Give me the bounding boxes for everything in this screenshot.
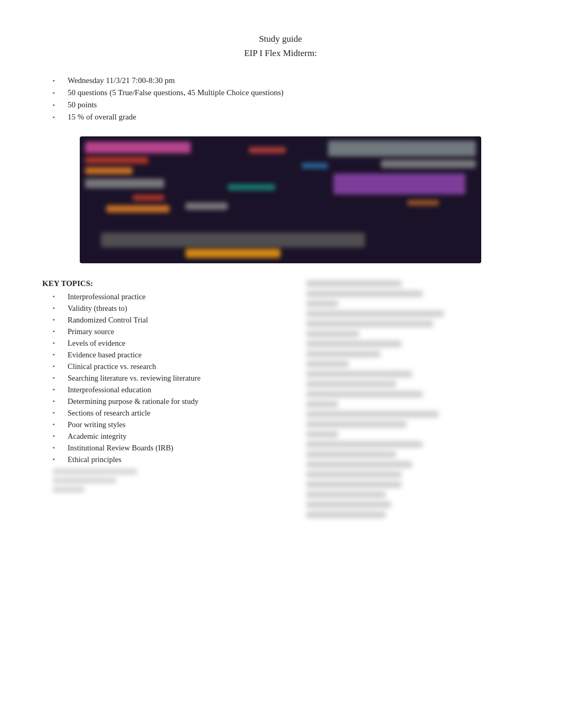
bullet-icon: ▪ xyxy=(53,114,62,120)
bullet-icon: ▪ xyxy=(53,445,62,450)
exam-info-item-0: Wednesday 11/3/21 7:00-8:30 pm xyxy=(68,76,175,85)
blurred-row xyxy=(306,431,338,438)
blurred-row xyxy=(306,320,433,327)
bullet-icon: ▪ xyxy=(53,90,62,96)
blurred-row xyxy=(306,361,349,367)
blurred-row xyxy=(306,501,391,508)
list-item: ▪ Ethical principles xyxy=(53,455,285,464)
bullet-icon: ▪ xyxy=(53,433,62,439)
topics-list: ▪ Interprofessional practice ▪ Validity … xyxy=(42,292,285,464)
exam-info-item-2: 50 points xyxy=(68,100,97,109)
bullet-icon: ▪ xyxy=(53,421,62,427)
blurred-row xyxy=(306,451,396,458)
blurred-row xyxy=(306,441,423,448)
bullet-icon: ▪ xyxy=(53,398,62,404)
key-topics-left: KEY TOPICS: ▪ Interprofessional practice… xyxy=(42,279,285,518)
bullet-icon: ▪ xyxy=(53,317,62,322)
blurred-row xyxy=(53,486,85,493)
blurred-rows-container xyxy=(306,279,519,518)
blurred-row xyxy=(306,290,423,297)
list-item: ▪ Evidence based practice xyxy=(53,351,285,360)
blurred-row xyxy=(306,401,338,408)
key-topics-right xyxy=(306,279,519,518)
list-item: ▪ Primary source xyxy=(53,327,285,336)
list-item: ▪ 15 % of overall grade xyxy=(53,113,519,122)
title-line1: Study guide xyxy=(259,34,302,44)
list-item: ▪ Sections of research article xyxy=(53,409,285,418)
blurred-row xyxy=(306,511,386,518)
blurred-row xyxy=(306,330,359,337)
list-item: ▪ 50 points xyxy=(53,100,519,109)
bullet-icon: ▪ xyxy=(53,78,62,84)
blurred-row xyxy=(306,280,401,287)
title-line2: EIP I Flex Midterm: xyxy=(244,48,317,58)
blurred-row xyxy=(53,477,116,484)
blurred-row xyxy=(306,471,401,478)
blurred-row xyxy=(53,468,137,475)
blurred-row xyxy=(306,481,401,488)
bullet-icon: ▪ xyxy=(53,375,62,381)
bullet-icon: ▪ xyxy=(53,340,62,346)
blurred-row xyxy=(306,371,412,377)
list-item: ▪ Randomized Control Trial xyxy=(53,316,285,325)
bullet-icon: ▪ xyxy=(53,363,62,369)
bullet-icon: ▪ xyxy=(53,293,62,299)
exam-info-item-3: 15 % of overall grade xyxy=(68,113,136,122)
list-item: ▪ Academic integrity xyxy=(53,432,285,441)
blurred-bottom-left xyxy=(42,468,285,493)
list-item: ▪ Validity (threats to) xyxy=(53,304,285,313)
bullet-icon: ▪ xyxy=(53,352,62,357)
bullet-icon: ▪ xyxy=(53,305,62,311)
bullet-icon: ▪ xyxy=(53,386,62,392)
list-item: ▪ Institutional Review Boards (IRB) xyxy=(53,444,285,453)
blurred-row xyxy=(306,391,423,398)
list-item: ▪ Levels of evidence xyxy=(53,339,285,348)
bullet-icon: ▪ xyxy=(53,456,62,462)
blurred-row xyxy=(306,421,407,428)
blurred-row xyxy=(306,351,380,357)
blurred-row xyxy=(306,411,438,418)
list-item: ▪ Wednesday 11/3/21 7:00-8:30 pm xyxy=(53,76,519,85)
blurred-row xyxy=(306,300,338,307)
list-item: ▪ Interprofessional education xyxy=(53,385,285,394)
bullet-icon: ▪ xyxy=(53,410,62,416)
list-item: ▪ 50 questions (5 True/False questions, … xyxy=(53,88,519,97)
blurred-row xyxy=(306,310,444,317)
bullet-icon: ▪ xyxy=(53,328,62,334)
exam-info-list: ▪ Wednesday 11/3/21 7:00-8:30 pm ▪ 50 qu… xyxy=(42,76,519,122)
bullet-icon: ▪ xyxy=(53,102,62,108)
list-item: ▪ Clinical practice vs. research xyxy=(53,362,285,371)
page-header: Study guide EIP I Flex Midterm: xyxy=(42,32,519,60)
exam-info-item-1: 50 questions (5 True/False questions, 45… xyxy=(68,88,284,97)
list-item: ▪ Interprofessional practice xyxy=(53,292,285,301)
key-topics-title: KEY TOPICS: xyxy=(42,279,285,288)
list-item: ▪ Searching literature vs. reviewing lit… xyxy=(53,374,285,383)
blurred-row xyxy=(306,461,412,468)
blurred-row xyxy=(306,491,386,498)
key-topics-section: KEY TOPICS: ▪ Interprofessional practice… xyxy=(42,279,519,518)
list-item: ▪ Determining purpose & rationale for st… xyxy=(53,397,285,406)
mind-map-image xyxy=(80,136,481,263)
list-item: ▪ Poor writing styles xyxy=(53,420,285,429)
blurred-row xyxy=(306,340,401,347)
blurred-row xyxy=(306,381,396,388)
